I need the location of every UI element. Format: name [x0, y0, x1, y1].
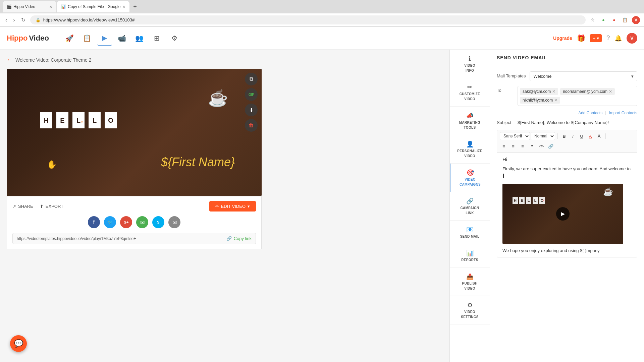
email-editor[interactable]: Hi Firstly, we are super excited to have…: [497, 153, 637, 257]
lock-icon: 🔒: [36, 18, 41, 22]
formatting-section: B I U A Ā: [560, 132, 603, 140]
edit-video-button[interactable]: ✏ EDIT VIDEO ▾: [209, 201, 256, 212]
create-button[interactable]: + ▾: [590, 34, 602, 42]
embed-share-button[interactable]: ✉: [136, 216, 148, 228]
underline-button[interactable]: U: [578, 132, 586, 140]
play-button-overlay[interactable]: ▶: [556, 207, 570, 221]
recipient-remove-0[interactable]: ✕: [552, 89, 555, 94]
font-family-select[interactable]: Sans Serif: [500, 132, 530, 140]
sidebar-video-settings[interactable]: ⚙ VIDEO SETTINGS: [450, 296, 490, 324]
help-icon[interactable]: ?: [606, 35, 610, 42]
chat-fab-button[interactable]: 💬: [10, 335, 27, 352]
address-bar: ‹ › ↻ 🔒 https://www.hippovideo.io/video/…: [0, 13, 644, 27]
sidebar-video-info[interactable]: ℹ VIDEO INFO: [450, 50, 490, 78]
thumb-l2: L: [533, 197, 538, 204]
reload-button[interactable]: ↻: [20, 15, 27, 24]
bookmark-icon[interactable]: ☆: [589, 16, 596, 24]
back-arrow-icon[interactable]: ←: [7, 56, 13, 63]
new-tab-button[interactable]: +: [130, 2, 140, 11]
personalize-icon: 👤: [466, 140, 474, 148]
video-link-url: https://videotemplates.hippovideo.io/vid…: [17, 236, 222, 241]
campaign-link-icon: 🔗: [466, 197, 474, 205]
import-contacts-button[interactable]: Import Contacts: [609, 111, 637, 115]
subject-value: ${First Name}, Welcome to ${Company Name…: [518, 120, 637, 125]
delete-button[interactable]: 🗑: [245, 119, 258, 132]
nav-people-btn[interactable]: 👥: [132, 31, 147, 46]
font-section: Sans Serif Normal: [500, 132, 555, 140]
font-size-select[interactable]: Normal: [531, 132, 555, 140]
forward-button[interactable]: ›: [12, 16, 16, 24]
recipient-remove-1[interactable]: ✕: [609, 89, 612, 94]
video-player[interactable]: H E L L O ♥ ☕ ✋ ${First Name} ⧉: [7, 69, 262, 196]
facebook-share-button[interactable]: f: [88, 216, 100, 228]
align-button[interactable]: ≡: [519, 142, 527, 150]
thumbnail-background: H E L L O ♥ ☕ ▶: [502, 184, 623, 244]
bold-button[interactable]: B: [560, 132, 568, 140]
chrome-ext-1[interactable]: ●: [600, 16, 607, 24]
email-panel-header: SEND VIDEO EMAIL: [490, 50, 644, 66]
upgrade-button[interactable]: Upgrade: [553, 36, 572, 41]
user-avatar[interactable]: V: [627, 33, 637, 44]
tab-close-google[interactable]: ✕: [122, 5, 125, 9]
tab-google[interactable]: 📊 Copy of Sample File - Google ✕: [57, 1, 129, 12]
export-button[interactable]: ⬆ EXPORT: [40, 204, 63, 209]
toolbar-divider-1: [557, 133, 558, 139]
highlight-button[interactable]: Ā: [595, 132, 603, 140]
gif-button[interactable]: GIF: [245, 88, 258, 101]
thumb-heart: ♥: [543, 198, 545, 202]
nav-contacts-btn[interactable]: 📋: [80, 31, 95, 46]
recipient-remove-2[interactable]: ✕: [554, 98, 557, 103]
add-contacts-button[interactable]: Add Contacts: [578, 111, 602, 115]
recipient-tag-2: nikhil@lycm.com ✕: [520, 97, 560, 104]
nav-video-library-btn[interactable]: ▶: [97, 31, 112, 46]
chrome-ext-2[interactable]: ●: [610, 16, 618, 24]
recipients-field[interactable]: saki@lycm.com ✕ noorulameen@lycm.com ✕ n…: [518, 86, 637, 106]
page-title: Welcome Video: Corporate Theme 2: [15, 57, 91, 63]
sidebar-customize-video[interactable]: ✏ CUSTOMIZE VIDEO: [450, 78, 490, 107]
gift-icon[interactable]: 🎁: [577, 34, 585, 42]
copy-video-button[interactable]: ⧉: [245, 73, 258, 85]
sidebar-personalize-video[interactable]: 👤 PERSONALIZE VIDEO: [450, 135, 490, 164]
font-color-button[interactable]: A: [586, 132, 594, 140]
email-video-thumbnail[interactable]: H E L L O ♥ ☕ ▶: [502, 184, 623, 244]
tab-hippovideo[interactable]: 🎬 Hippo Video ✕: [3, 1, 56, 12]
nav-right-section: Upgrade 🎁 + ▾ ? 🔔 V: [553, 33, 637, 44]
social-share-icons: f 🐦 G+ ✉ S ✉: [12, 216, 256, 228]
code-button[interactable]: </>: [537, 142, 545, 150]
chrome-user-avatar[interactable]: V: [632, 16, 640, 24]
chrome-ext-3[interactable]: 📋: [621, 16, 629, 24]
nav-camera-btn[interactable]: 📹: [115, 31, 129, 46]
skype-share-button[interactable]: S: [152, 216, 164, 228]
nav-widgets-btn[interactable]: ⊞: [150, 31, 164, 46]
notifications-icon[interactable]: 🔔: [614, 35, 622, 42]
sidebar-video-campaigns[interactable]: 🎯 VIDEO CAMPAIGNS: [450, 164, 490, 192]
tab-close-hippovideo[interactable]: ✕: [49, 5, 52, 9]
googleplus-share-button[interactable]: G+: [120, 216, 132, 228]
italic-button[interactable]: I: [569, 132, 577, 140]
ordered-list-button[interactable]: ≡: [500, 142, 508, 150]
logo-video: Video: [29, 34, 49, 43]
copy-link-button[interactable]: 🔗 Copy link: [226, 236, 252, 241]
email-share-button[interactable]: ✉: [168, 216, 180, 228]
sidebar-marketing-tools[interactable]: 📣 MARKETING TOOLS: [450, 107, 490, 135]
letter-h: H: [40, 112, 52, 128]
share-button[interactable]: ↗ SHARE: [12, 204, 33, 209]
nav-settings-btn[interactable]: ⚙: [167, 31, 182, 46]
twitter-share-button[interactable]: 🐦: [104, 216, 116, 228]
url-box[interactable]: 🔒 https://www.hippovideo.io/video/view/1…: [30, 15, 586, 24]
sidebar-send-mail[interactable]: 📧 Send Mail: [450, 221, 490, 244]
sidebar-campaign-link[interactable]: 🔗 Campaign Link: [450, 192, 490, 221]
sidebar-publish-video[interactable]: 📤 PUBLISH VIDEO: [450, 267, 490, 296]
thumbnail-hello: H E L L O: [513, 197, 545, 204]
tab-favicon-hippovideo: 🎬: [7, 4, 11, 9]
download-button[interactable]: ⬇: [245, 104, 258, 116]
mail-templates-select[interactable]: Welcome ▾: [530, 71, 637, 81]
back-button[interactable]: ‹: [4, 16, 8, 24]
mail-templates-row: Mail Templates Welcome ▾: [497, 71, 637, 81]
nav-rocket-btn[interactable]: 🚀: [62, 31, 77, 46]
app-logo[interactable]: Hippo Video: [7, 34, 49, 43]
link-button[interactable]: 🔗: [547, 142, 555, 150]
sidebar-reports[interactable]: 📊 Reports: [450, 244, 490, 267]
quote-button[interactable]: ❝: [528, 142, 536, 150]
unordered-list-button[interactable]: ≡: [509, 142, 517, 150]
